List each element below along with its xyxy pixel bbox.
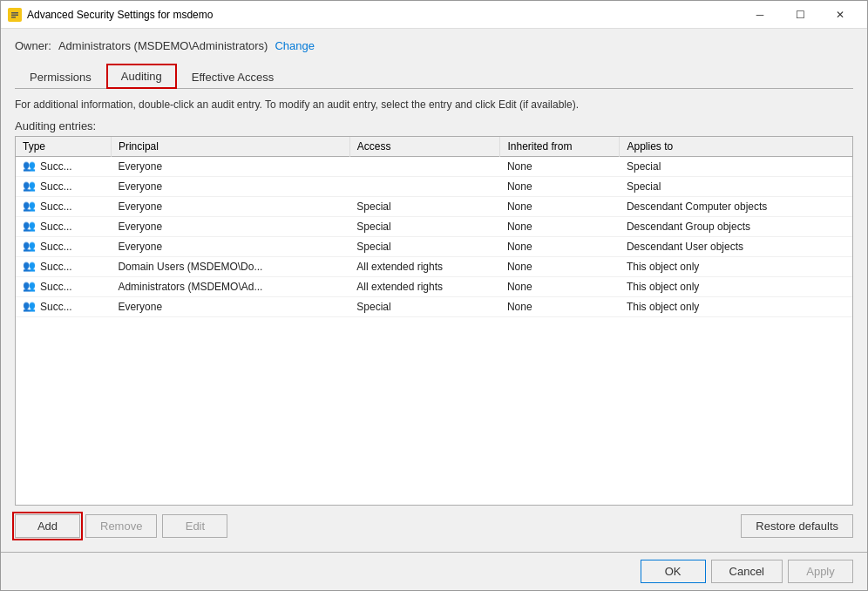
table-row[interactable]: Succ...Domain Users (MSDEMO\Do...All ext… xyxy=(16,256,852,276)
cell-inherited: None xyxy=(500,196,620,216)
owner-change-link[interactable]: Change xyxy=(275,39,315,52)
user-group-icon xyxy=(23,300,37,314)
cell-access: All extended rights xyxy=(349,256,500,276)
cell-type: Succ... xyxy=(16,256,111,276)
col-type: Type xyxy=(16,137,111,157)
ok-button[interactable]: OK xyxy=(641,560,706,583)
owner-value: Administrators (MSDEMO\Administrators) xyxy=(58,39,268,52)
cell-access: All extended rights xyxy=(349,276,500,296)
cell-principal: Everyone xyxy=(111,196,349,216)
entries-label: Auditing entries: xyxy=(15,119,853,132)
info-text: For additional information, double-click… xyxy=(15,98,853,112)
restore-defaults-button[interactable]: Restore defaults xyxy=(741,514,853,538)
table-row[interactable]: Succ...EveryoneSpecialNoneDescendant Use… xyxy=(16,236,852,256)
cell-access: Special xyxy=(349,296,500,316)
user-group-icon xyxy=(23,220,37,234)
add-button[interactable]: Add xyxy=(15,514,80,538)
cell-applies: This object only xyxy=(620,276,852,296)
cell-inherited: None xyxy=(500,256,620,276)
cell-inherited: None xyxy=(500,296,620,316)
apply-button[interactable]: Apply xyxy=(788,560,853,583)
table-row[interactable]: Succ...EveryoneSpecialNoneDescendant Gro… xyxy=(16,216,852,236)
close-button[interactable]: ✕ xyxy=(820,1,860,29)
cell-applies: Descendant Computer objects xyxy=(620,196,852,216)
cell-inherited: None xyxy=(500,236,620,256)
cell-type: Succ... xyxy=(16,296,111,316)
edit-button[interactable]: Edit xyxy=(162,514,227,538)
cell-type: Succ... xyxy=(16,216,111,236)
col-applies: Applies to xyxy=(620,137,852,157)
cell-type: Succ... xyxy=(16,176,111,196)
window-title: Advanced Security Settings for msdemo xyxy=(27,9,740,21)
cell-applies: Descendant User objects xyxy=(620,236,852,256)
tab-effective-access[interactable]: Effective Access xyxy=(177,64,288,89)
table-row[interactable]: Succ...EveryoneNoneSpecial xyxy=(16,156,852,176)
cell-type: Succ... xyxy=(16,276,111,296)
cell-principal: Everyone xyxy=(111,236,349,256)
cell-access: Special xyxy=(349,216,500,236)
user-group-icon xyxy=(23,180,37,194)
title-bar: Advanced Security Settings for msdemo ─ … xyxy=(1,1,867,29)
col-inherited: Inherited from xyxy=(500,137,620,157)
table-row[interactable]: Succ...EveryoneNoneSpecial xyxy=(16,176,852,196)
auditing-table-container[interactable]: Type Principal Access Inherited from App… xyxy=(15,136,853,506)
table-row[interactable]: Succ...Administrators (MSDEMO\Ad...All e… xyxy=(16,276,852,296)
user-group-icon xyxy=(23,200,37,214)
cell-applies: This object only xyxy=(620,296,852,316)
user-group-icon xyxy=(23,260,37,274)
svg-rect-2 xyxy=(11,14,18,16)
cell-principal: Administrators (MSDEMO\Ad... xyxy=(111,276,349,296)
user-group-icon xyxy=(23,240,37,254)
minimize-button[interactable]: ─ xyxy=(740,1,780,29)
footer: OK Cancel Apply xyxy=(1,552,867,590)
col-principal: Principal xyxy=(111,137,349,157)
cell-inherited: None xyxy=(500,216,620,236)
tab-auditing[interactable]: Auditing xyxy=(106,64,177,89)
cell-principal: Everyone xyxy=(111,216,349,236)
svg-rect-1 xyxy=(11,12,18,14)
cell-access: Special xyxy=(349,236,500,256)
svg-rect-3 xyxy=(11,17,16,18)
main-window: Advanced Security Settings for msdemo ─ … xyxy=(0,0,868,591)
cell-applies: Special xyxy=(620,176,852,196)
window-controls: ─ ☐ ✕ xyxy=(740,1,860,29)
cancel-button[interactable]: Cancel xyxy=(711,560,783,583)
table-row[interactable]: Succ...EveryoneSpecialNoneThis object on… xyxy=(16,296,852,316)
maximize-button[interactable]: ☐ xyxy=(780,1,820,29)
owner-label: Owner: xyxy=(15,39,51,52)
table-row[interactable]: Succ...EveryoneSpecialNoneDescendant Com… xyxy=(16,196,852,216)
cell-applies: Special xyxy=(620,156,852,176)
cell-type: Succ... xyxy=(16,156,111,176)
table-header-row: Type Principal Access Inherited from App… xyxy=(16,137,852,157)
user-group-icon xyxy=(23,160,37,173)
remove-button[interactable]: Remove xyxy=(85,514,157,538)
cell-access xyxy=(349,176,500,196)
main-content: Owner: Administrators (MSDEMO\Administra… xyxy=(1,29,867,552)
cell-inherited: None xyxy=(500,276,620,296)
cell-applies: Descendant Group objects xyxy=(620,216,852,236)
cell-type: Succ... xyxy=(16,196,111,216)
window-icon xyxy=(8,8,22,22)
user-group-icon xyxy=(23,280,37,294)
cell-principal: Domain Users (MSDEMO\Do... xyxy=(111,256,349,276)
cell-access xyxy=(349,156,500,176)
cell-type: Succ... xyxy=(16,236,111,256)
cell-inherited: None xyxy=(500,156,620,176)
auditing-table: Type Principal Access Inherited from App… xyxy=(16,137,852,317)
cell-principal: Everyone xyxy=(111,296,349,316)
col-access: Access xyxy=(349,137,500,157)
cell-applies: This object only xyxy=(620,256,852,276)
cell-inherited: None xyxy=(500,176,620,196)
cell-access: Special xyxy=(349,196,500,216)
bottom-buttons: Add Remove Edit Restore defaults xyxy=(15,506,853,541)
cell-principal: Everyone xyxy=(111,176,349,196)
owner-row: Owner: Administrators (MSDEMO\Administra… xyxy=(15,39,853,52)
tabs-container: Permissions Auditing Effective Access xyxy=(15,63,853,89)
cell-principal: Everyone xyxy=(111,156,349,176)
tab-permissions[interactable]: Permissions xyxy=(15,64,106,89)
